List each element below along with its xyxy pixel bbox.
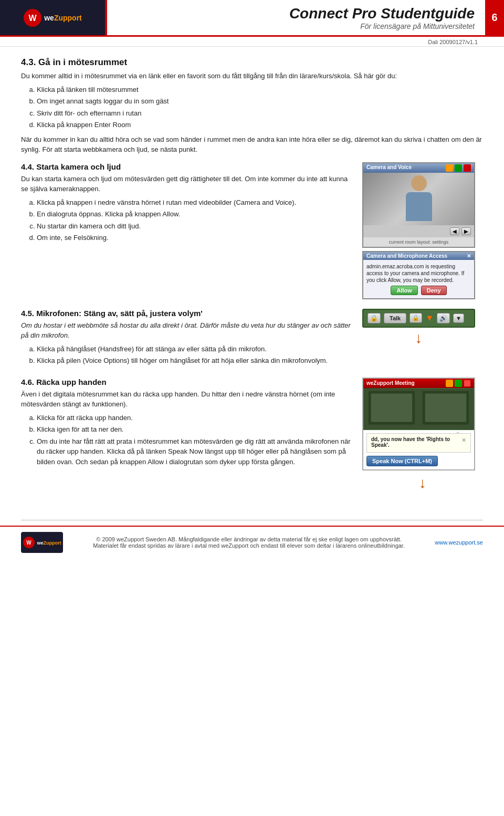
list-item: Skriv ditt för- och efternamn i rutan: [37, 108, 483, 119]
bubble-close[interactable]: ✕: [461, 437, 466, 444]
list-item: Klicka på pilen (Voice Options) till hög…: [37, 355, 483, 366]
section-43-title: 4.3. Gå in i mötesrummet: [21, 57, 483, 68]
camera-voice-window: Camera and Voice ◀ ▶: [362, 162, 475, 248]
talk-bar: 🔒 Talk 🔒 ▼ 🔊 ▼: [362, 309, 475, 328]
room-visual: [363, 388, 474, 430]
footer-copyright: © 2009 weZupport Sweden AB. Mångfaldigan…: [63, 536, 435, 542]
version-text: Dali 20090127/v1.1: [428, 39, 478, 45]
down-arrow-icon: ↓: [415, 330, 423, 346]
titlebar-buttons: [446, 164, 471, 172]
footer-text: © 2009 weZupport Sweden AB. Mångfaldigan…: [63, 536, 435, 549]
deny-button[interactable]: Deny: [421, 286, 447, 295]
rights-message: dd, you now have the 'Rights to Speak'.: [371, 436, 466, 448]
section-45-screenshots: 🔒 Talk 🔒 ▼ 🔊 ▼ ↓: [362, 309, 483, 351]
page-footer: W weZupport © 2009 weZupport Sweden AB. …: [0, 526, 504, 558]
cam-voice-titlebar: Camera and Voice: [363, 163, 474, 173]
talk-button[interactable]: Talk: [384, 313, 406, 323]
svg-text:W: W: [27, 540, 32, 546]
footer-we-text: we: [37, 540, 43, 546]
content-bottom-line: [21, 520, 483, 520]
minimize-button[interactable]: [446, 164, 453, 172]
maximize-icon[interactable]: [455, 380, 462, 387]
cam-controls: ◀ ▶: [363, 225, 474, 237]
footer-zupport-text: Zupport: [44, 540, 61, 546]
rights-to-speak-window: weZupport Meeting: [362, 378, 475, 470]
logo: W weZupport: [0, 0, 105, 35]
person-body: [406, 192, 432, 221]
rights-titlebar-label: weZupport Meeting: [366, 380, 415, 386]
rights-titlebar: weZupport Meeting: [363, 379, 474, 388]
dialog-titlebar: Camera and Microphone Access ✕: [363, 252, 474, 260]
list-item: Klicka på länken till mötesrummet: [37, 85, 483, 95]
rights-bubble: ✕ dd, you now have the 'Rights to Speak'…: [366, 433, 471, 453]
logo-zupport-text: Zupport: [54, 14, 82, 22]
footer-logo: W weZupport: [21, 532, 63, 553]
allow-deny-dialog: Camera and Microphone Access ✕ admin.ema…: [362, 251, 475, 299]
close-icon[interactable]: [464, 380, 471, 387]
footer-url: www.wezupport.se: [435, 539, 483, 546]
dialog-body: admin.emaz.acroba.com is requesting acce…: [363, 260, 474, 298]
minimize-icon[interactable]: [446, 380, 453, 387]
sub-title: För licensägare på Mittuniversitetet: [360, 22, 475, 30]
section-43-steps: Klicka på länken till mötesrummet Om ing…: [37, 85, 483, 130]
speak-now-button[interactable]: Speak Now (CTRL+M): [366, 456, 438, 466]
close-button[interactable]: [464, 164, 471, 172]
section-43: 4.3. Gå in i mötesrummet Du kommer allti…: [21, 57, 483, 155]
section-46-wrapper: weZupport Meeting: [21, 378, 483, 497]
svg-rect-5: [371, 393, 413, 422]
allow-button[interactable]: Allow: [391, 286, 417, 295]
meeting-room-screenshot: [363, 388, 474, 430]
section-43-intro: Du kommer alltid in i mötesrummet via en…: [21, 71, 483, 81]
section-45-wrapper: 🔒 Talk 🔒 ▼ 🔊 ▼ ↓ 4.5. Mikrofonen: Stäng …: [21, 309, 483, 370]
svg-text:W: W: [29, 14, 37, 23]
footer-logo-icon: W: [23, 536, 35, 549]
maximize-button[interactable]: [455, 164, 462, 172]
section-43-after: När du kommer in kan du alltid höra och …: [21, 134, 483, 155]
person-image: [403, 175, 435, 223]
arrow-annotation: ↓: [362, 330, 475, 347]
arrow-down-annotation: ↓: [362, 475, 483, 491]
talk-interface: 🔒 Talk 🔒 ▼ 🔊 ▼ ↓: [362, 309, 475, 347]
person-head: [411, 175, 427, 191]
page-number: 6: [485, 0, 504, 35]
svg-rect-6: [425, 393, 467, 422]
lock-icon[interactable]: 🔒: [410, 313, 422, 323]
dialog-action-buttons: Allow Deny: [366, 286, 471, 295]
dialog-title-text: Camera and Microphone Access: [366, 253, 447, 259]
section-46-screenshots: weZupport Meeting: [362, 378, 483, 491]
dialog-close-icon[interactable]: ✕: [467, 253, 471, 259]
main-title: Connect Pro Studentguide: [289, 5, 475, 22]
voice-options-arrow[interactable]: ▼: [425, 313, 434, 323]
footer-disclaimer: Materialet får endast spridas av lärare …: [63, 542, 435, 549]
logo-we-text: we: [44, 14, 54, 22]
cam-status-bar: current room layout: settings: [363, 237, 474, 247]
vol-arrow[interactable]: ▼: [453, 313, 464, 323]
section-44-screenshots: Camera and Voice ◀ ▶: [362, 162, 483, 304]
section-44-wrapper: Camera and Voice ◀ ▶: [21, 162, 483, 309]
camera-feed: [363, 173, 474, 225]
list-item: Om inget annat sagts loggar du in som gä…: [37, 96, 483, 107]
cam-voice-title: Camera and Voice: [366, 164, 412, 172]
handsfree-lock-icon[interactable]: 🔒: [368, 313, 381, 323]
logo-icon: W: [23, 8, 42, 27]
rights-titlebar-buttons: [446, 380, 471, 387]
down-arrow-2-icon: ↓: [419, 475, 426, 491]
page-header: W weZupport Connect Pro Studentguide För…: [0, 0, 504, 37]
meta-bar: Dali 20090127/v1.1: [0, 37, 504, 47]
cam-ctrl-btn2[interactable]: ▶: [461, 227, 471, 235]
list-item: Klicka på knappen Enter Room: [37, 120, 483, 130]
cam-ctrl-btn[interactable]: ◀: [450, 227, 459, 235]
volume-icon[interactable]: 🔊: [437, 313, 450, 323]
page-content: 4.3. Gå in i mötesrummet Du kommer allti…: [0, 47, 504, 515]
dialog-message: admin.emaz.acroba.com is requesting acce…: [366, 263, 471, 284]
header-title-area: Connect Pro Studentguide För licensägare…: [105, 0, 485, 35]
cam-status-text: current room layout: settings: [389, 239, 449, 245]
